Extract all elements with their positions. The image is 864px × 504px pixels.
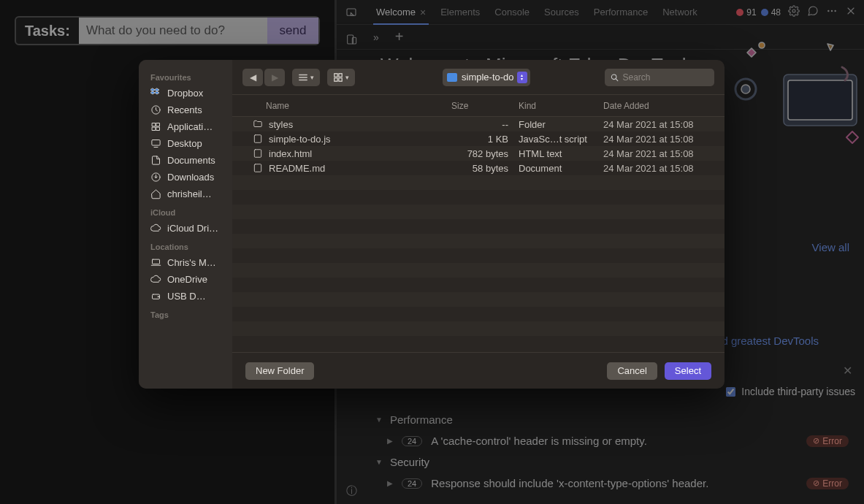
file-size: -- bbox=[451, 119, 519, 130]
table-row[interactable] bbox=[232, 190, 725, 205]
sidebar-section-label: Favourites bbox=[150, 73, 232, 82]
svg-rect-18 bbox=[156, 127, 159, 130]
svg-rect-31 bbox=[334, 77, 337, 80]
file-kind: JavaSc…t script bbox=[519, 134, 603, 145]
table-row[interactable] bbox=[232, 248, 725, 263]
svg-rect-35 bbox=[254, 135, 261, 143]
column-headers: Name Size Kind Date Added bbox=[232, 95, 725, 117]
sidebar-item[interactable]: USB D… bbox=[150, 288, 229, 305]
file-name: styles bbox=[269, 119, 293, 130]
sidebar-item[interactable]: Chris's M… bbox=[150, 254, 229, 271]
new-folder-button[interactable]: New Folder bbox=[245, 362, 314, 380]
svg-rect-37 bbox=[254, 164, 261, 172]
file-picker: FavouritesDropboxRecentsApplicati…Deskto… bbox=[139, 60, 725, 389]
sidebar-item[interactable]: iCloud Dri… bbox=[150, 220, 229, 237]
cancel-button[interactable]: Cancel bbox=[607, 362, 657, 380]
table-row[interactable]: index.html782 bytesHTML text24 Mar 2021 … bbox=[232, 146, 725, 161]
svg-rect-36 bbox=[254, 150, 261, 158]
svg-rect-15 bbox=[153, 123, 156, 126]
sidebar-item[interactable]: Desktop bbox=[150, 135, 229, 152]
file-date: 24 Mar 2021 at 15:08 bbox=[603, 134, 725, 145]
svg-rect-32 bbox=[339, 77, 342, 80]
sidebar-item[interactable]: Documents bbox=[150, 152, 229, 169]
sidebar-item[interactable]: OneDrive bbox=[150, 271, 229, 288]
sidebar-section-label: iCloud bbox=[150, 208, 232, 217]
search-input[interactable] bbox=[623, 72, 708, 83]
table-row[interactable]: README.md58 bytesDocument24 Mar 2021 at … bbox=[232, 161, 725, 175]
svg-rect-19 bbox=[152, 140, 160, 146]
svg-line-34 bbox=[616, 78, 618, 80]
file-name: simple-to-do.js bbox=[269, 134, 331, 145]
sidebar-section-label: Locations bbox=[150, 243, 232, 251]
table-row[interactable] bbox=[232, 234, 725, 248]
svg-rect-29 bbox=[334, 73, 337, 76]
sidebar-section-label: Tags bbox=[150, 310, 232, 319]
sidebar-item[interactable]: chrisheil… bbox=[150, 186, 229, 202]
file-date: 24 Mar 2021 at 15:08 bbox=[603, 148, 725, 159]
file-kind: HTML text bbox=[519, 148, 603, 159]
search-field[interactable] bbox=[605, 69, 714, 86]
svg-rect-30 bbox=[339, 73, 342, 76]
svg-rect-17 bbox=[153, 127, 156, 130]
col-date[interactable]: Date Added bbox=[603, 101, 725, 111]
select-button[interactable]: Select bbox=[665, 362, 711, 380]
file-name: index.html bbox=[269, 148, 312, 159]
search-icon bbox=[611, 73, 619, 82]
table-row[interactable] bbox=[232, 307, 725, 321]
sidebar-item[interactable]: Downloads bbox=[150, 169, 229, 186]
sidebar-item-label: OneDrive bbox=[167, 274, 207, 285]
table-row[interactable] bbox=[232, 175, 725, 190]
path-text: simple-to-do bbox=[462, 72, 514, 83]
updown-icon: ▴▾ bbox=[517, 72, 527, 83]
file-kind: Document bbox=[519, 163, 603, 174]
sidebar-item-label: Dropbox bbox=[167, 88, 203, 99]
sidebar-item-label: Documents bbox=[167, 155, 215, 166]
sidebar-item-label: USB D… bbox=[167, 291, 206, 302]
file-date: 24 Mar 2021 at 15:08 bbox=[603, 119, 725, 130]
picker-sidebar: FavouritesDropboxRecentsApplicati…Deskto… bbox=[139, 60, 232, 389]
table-row[interactable] bbox=[232, 278, 725, 292]
col-name[interactable]: Name bbox=[232, 101, 451, 111]
table-row[interactable] bbox=[232, 292, 725, 307]
col-size[interactable]: Size bbox=[451, 101, 519, 111]
svg-point-25 bbox=[158, 297, 158, 297]
file-size: 782 bytes bbox=[451, 148, 519, 159]
file-name: README.md bbox=[269, 163, 325, 174]
forward-button[interactable]: ▶ bbox=[264, 69, 285, 86]
svg-rect-22 bbox=[153, 259, 160, 264]
list-view-button[interactable]: ▾ bbox=[292, 69, 320, 86]
sidebar-item-label: Desktop bbox=[167, 138, 202, 149]
table-row[interactable] bbox=[232, 219, 725, 234]
table-row[interactable] bbox=[232, 205, 725, 219]
sidebar-item[interactable]: Recents bbox=[150, 102, 229, 118]
file-date: 24 Mar 2021 at 15:08 bbox=[603, 163, 725, 174]
file-kind: Folder bbox=[519, 119, 603, 130]
sidebar-item-label: iCloud Dri… bbox=[167, 223, 218, 234]
table-row[interactable] bbox=[232, 263, 725, 278]
sidebar-item-label: chrisheil… bbox=[167, 188, 212, 199]
table-row[interactable]: styles--Folder24 Mar 2021 at 15:08 bbox=[232, 117, 725, 131]
path-selector[interactable]: simple-to-do ▴▾ bbox=[443, 69, 530, 86]
sidebar-item-label: Downloads bbox=[167, 172, 214, 183]
sidebar-item[interactable]: Dropbox bbox=[150, 85, 229, 102]
table-row[interactable] bbox=[232, 321, 725, 336]
grid-view-button[interactable]: ▾ bbox=[327, 69, 355, 86]
sidebar-item-label: Chris's M… bbox=[167, 257, 216, 268]
sidebar-item[interactable]: Applicati… bbox=[150, 118, 229, 135]
table-row[interactable]: simple-to-do.js1 KBJavaSc…t script24 Mar… bbox=[232, 131, 725, 146]
col-kind[interactable]: Kind bbox=[519, 101, 603, 111]
sidebar-item-label: Applicati… bbox=[167, 121, 213, 132]
file-list: styles--Folder24 Mar 2021 at 15:08simple… bbox=[232, 117, 725, 352]
sidebar-item-label: Recents bbox=[167, 104, 202, 115]
back-button[interactable]: ◀ bbox=[242, 69, 263, 86]
file-size: 58 bytes bbox=[451, 163, 519, 174]
file-size: 1 KB bbox=[451, 134, 519, 145]
svg-rect-16 bbox=[156, 123, 159, 126]
folder-icon bbox=[447, 73, 457, 82]
